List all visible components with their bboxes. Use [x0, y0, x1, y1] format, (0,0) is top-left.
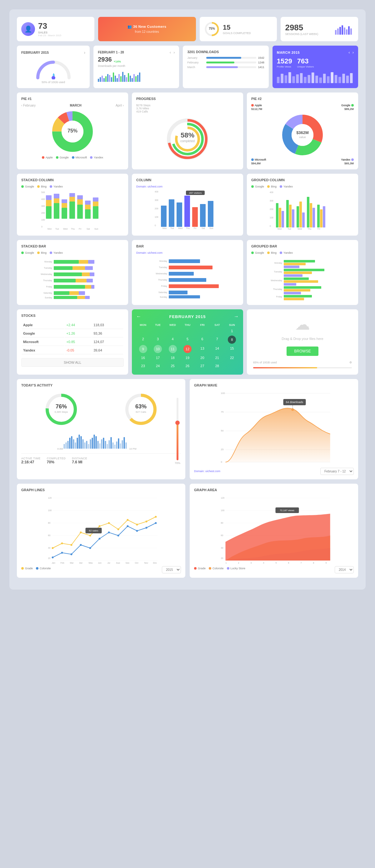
svg-rect-247 — [71, 436, 72, 449]
svg-text:$362M: $362M — [296, 130, 309, 135]
cal-day[interactable]: 1 — [225, 328, 239, 334]
svg-text:100: 100 — [221, 392, 225, 395]
distance-label: DISTANCE — [72, 457, 87, 460]
cal-day[interactable]: 9 — [139, 345, 147, 353]
svg-rect-82 — [46, 200, 52, 206]
cal-day[interactable]: 19 — [181, 354, 194, 361]
activity-slider[interactable]: 70% — [175, 398, 180, 465]
storage-nav-right[interactable]: › — [84, 50, 86, 55]
svg-text:Tue: Tue — [170, 227, 174, 229]
cal-day[interactable]: 17 — [151, 354, 164, 361]
svg-text:Tuesday: Tuesday — [274, 271, 282, 273]
svg-rect-5 — [339, 27, 341, 35]
cal-day-name: THU — [181, 322, 194, 328]
cal-day[interactable]: 8 — [228, 336, 236, 344]
activity-card: TODAY'S ACTIVITY 76% 6,385 Steps — [17, 379, 185, 479]
cal-day[interactable]: 28 — [210, 363, 224, 369]
cal-day[interactable] — [210, 328, 224, 334]
svg-rect-199 — [169, 284, 219, 288]
cal-day[interactable]: 7 — [210, 336, 224, 344]
svg-text:Tue: Tue — [287, 228, 291, 230]
stock-name-microsoft: Microsoft — [22, 338, 64, 346]
cal-day[interactable]: 14 — [210, 345, 224, 353]
cal-day[interactable]: 16 — [136, 354, 150, 361]
dl-nav-prev[interactable]: ‹ — [170, 50, 171, 55]
svg-rect-182 — [85, 296, 90, 299]
svg-text:200: 200 — [270, 208, 274, 210]
graph-lines-dropdown[interactable]: 2015 — [162, 566, 181, 574]
cal-day[interactable] — [166, 328, 179, 334]
cal-day[interactable]: 24 — [151, 363, 164, 369]
cal-day[interactable]: 5 — [181, 336, 194, 344]
cal-day[interactable] — [136, 328, 150, 334]
cal-day[interactable]: 15 — [225, 345, 239, 353]
cal-day[interactable]: 27 — [196, 363, 209, 369]
table-row: Microsoft +0.85 124,07 — [22, 338, 123, 346]
pie1-nav-prev[interactable]: ‹ February — [21, 104, 36, 107]
cal-day[interactable]: 11 — [169, 345, 177, 353]
activity-donut1: 76% 6,385 Steps — [44, 392, 79, 427]
svg-rect-266 — [107, 444, 108, 449]
charts-row1: PIE #1 ‹ February MARCH April › 75% App — [17, 92, 358, 169]
browse-button[interactable]: BROWSE — [287, 346, 318, 356]
march-nav-next[interactable]: › — [352, 50, 354, 55]
graph-lines-chart: 120 100 80 60 40 20 — [21, 495, 181, 564]
cal-day[interactable]: 21 — [210, 354, 224, 361]
svg-rect-7 — [344, 28, 345, 35]
pie1-nav-next[interactable]: April › — [116, 104, 124, 107]
graph-area-dropdown[interactable]: 2014 — [335, 566, 354, 574]
cal-day[interactable]: 26 — [181, 363, 194, 369]
upload-progress-label: 65% of 10GB used — [253, 361, 277, 364]
svg-rect-83 — [46, 195, 52, 200]
svg-rect-246 — [69, 438, 71, 449]
cal-day[interactable]: 18 — [166, 354, 179, 361]
svg-text:Thursday: Thursday — [158, 279, 167, 281]
cal-day-today[interactable]: 12 — [183, 345, 192, 353]
svg-rect-261 — [97, 441, 99, 449]
dl-nav-next[interactable]: › — [174, 50, 175, 55]
graph-wave-dropdown[interactable]: February 7 - 12 — [320, 468, 354, 475]
cal-day[interactable] — [151, 328, 164, 334]
distance-value: 7.6 MI — [72, 460, 87, 464]
svg-rect-140 — [292, 209, 294, 227]
cal-day[interactable]: 20 — [196, 354, 209, 361]
svg-rect-52 — [338, 77, 341, 83]
activity-bar-chart: 8 AM 10 PM — [21, 432, 181, 450]
cal-day[interactable] — [196, 328, 209, 334]
active-time-value: 2:16:47 — [21, 460, 41, 464]
march-nav-prev[interactable]: ‹ — [348, 50, 350, 55]
cal-day[interactable]: 2 — [136, 336, 150, 344]
svg-text:Thu: Thu — [308, 228, 311, 230]
cal-day[interactable] — [225, 363, 239, 369]
svg-point-327 — [118, 535, 119, 536]
sales-label: SALES — [38, 31, 61, 34]
svg-point-11 — [52, 76, 55, 80]
svg-rect-167 — [85, 266, 93, 270]
svg-rect-217 — [284, 272, 312, 274]
calendar-prev[interactable]: ← — [136, 314, 141, 319]
cal-day[interactable]: 25 — [166, 363, 179, 369]
cal-day[interactable]: 13 — [196, 345, 209, 353]
svg-rect-118 — [177, 203, 182, 227]
cal-day-name: WED — [166, 322, 179, 328]
svg-rect-55 — [350, 73, 353, 83]
svg-text:200: 200 — [75, 300, 80, 301]
calendar-next[interactable]: → — [234, 314, 239, 319]
stock-change-apple: +2.44 — [65, 321, 92, 329]
cal-day[interactable] — [181, 328, 194, 334]
cal-day[interactable]: 23 — [136, 363, 150, 369]
svg-rect-225 — [284, 295, 312, 298]
cal-day[interactable]: 3 — [151, 336, 164, 344]
svg-rect-166 — [72, 266, 85, 270]
svg-text:58%: 58% — [181, 131, 194, 139]
svg-text:Friday: Friday — [276, 296, 282, 298]
pie1-card: PIE #1 ‹ February MARCH April › 75% App — [17, 92, 128, 169]
cal-day[interactable]: 6 — [196, 336, 209, 344]
svg-rect-143 — [302, 213, 305, 227]
cal-day[interactable]: 10 — [154, 345, 162, 353]
cal-day[interactable]: 22 — [225, 354, 239, 361]
show-all-button[interactable]: SHOW ALL — [21, 358, 124, 367]
cal-day[interactable]: 4 — [166, 336, 179, 344]
svg-text:6: 6 — [288, 562, 289, 564]
svg-rect-98 — [85, 200, 91, 205]
